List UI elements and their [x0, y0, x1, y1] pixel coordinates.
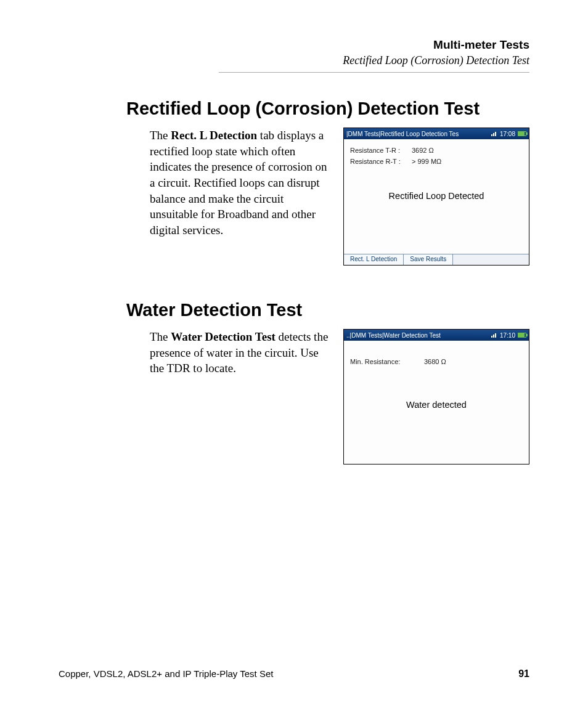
device-row-value: 3680 Ω: [424, 358, 446, 365]
para-bold: Rect. L Detection: [171, 129, 257, 142]
device-breadcrumb: |DMM Tests|Rectified Loop Detection Tes: [346, 131, 491, 137]
device-titlebar: ..|DMM Tests|Water Detection Test 17:10: [344, 330, 529, 341]
device-titlebar: |DMM Tests|Rectified Loop Detection Tes …: [344, 128, 529, 139]
device-message: Water detected: [350, 400, 523, 410]
device-row-value: > 999 MΩ: [412, 158, 441, 165]
para-post: tab displays a rectified loop state whic…: [150, 129, 327, 237]
device-row: Resistance R-T : > 999 MΩ: [350, 158, 523, 165]
device-breadcrumb: ..|DMM Tests|Water Detection Test: [346, 332, 491, 339]
section-paragraph: The Water Detection Test detects the pre…: [150, 329, 332, 376]
signal-icon: [491, 333, 497, 338]
section-title-rectified-loop: Rectified Loop (Corrosion) Detection Tes…: [126, 99, 529, 119]
device-screenshot-water-detection: ..|DMM Tests|Water Detection Test 17:10 …: [343, 329, 529, 465]
para-pre: The: [150, 330, 171, 343]
running-head-chapter: Multi-meter Tests: [59, 38, 529, 52]
battery-icon: [518, 333, 526, 338]
device-clock: 17:08: [500, 131, 515, 137]
para-pre: The: [150, 129, 171, 142]
device-screenshot-rectified-loop: |DMM Tests|Rectified Loop Detection Tes …: [343, 128, 529, 266]
device-row: Resistance T-R : 3692 Ω: [350, 147, 523, 154]
device-row-label: Min. Resistance:: [350, 358, 424, 365]
device-clock: 17:10: [500, 332, 515, 339]
device-status-area: 17:08: [491, 131, 526, 137]
device-tab-rect-l-detection[interactable]: Rect. L Detection: [344, 254, 404, 265]
device-row-label: Resistance R-T :: [350, 158, 412, 165]
device-status-area: 17:10: [491, 332, 526, 339]
section-body-water-detection: The Water Detection Test detects the pre…: [150, 329, 529, 465]
device-row-label: Resistance T-R :: [350, 147, 412, 154]
device-row: Min. Resistance: 3680 Ω: [350, 358, 523, 365]
device-body: Resistance T-R : 3692 Ω Resistance R-T :…: [344, 139, 529, 254]
battery-icon: [518, 131, 526, 136]
section-body-rectified-loop: The Rect. L Detection tab displays a rec…: [150, 128, 529, 266]
section-paragraph: The Rect. L Detection tab displays a rec…: [150, 128, 332, 238]
page-footer: Copper, VDSL2, ADSL2+ and IP Triple-Play…: [59, 668, 529, 680]
device-tab-save-results[interactable]: Save Results: [404, 254, 453, 265]
device-body: Min. Resistance: 3680 Ω Water detected: [344, 341, 529, 464]
section-title-water-detection: Water Detection Test: [126, 300, 529, 320]
footer-page-number: 91: [518, 668, 529, 680]
footer-product: Copper, VDSL2, ADSL2+ and IP Triple-Play…: [59, 668, 273, 680]
device-tabs: Rect. L Detection Save Results: [344, 254, 529, 265]
running-head-section: Rectified Loop (Corrosion) Detection Tes…: [59, 54, 529, 67]
signal-icon: [491, 131, 497, 136]
device-message: Rectified Loop Detected: [350, 191, 523, 201]
running-head-rule: [219, 72, 529, 73]
running-head: Multi-meter Tests Rectified Loop (Corros…: [59, 38, 529, 73]
device-row-value: 3692 Ω: [412, 147, 434, 154]
para-bold: Water Detection Test: [171, 330, 276, 343]
